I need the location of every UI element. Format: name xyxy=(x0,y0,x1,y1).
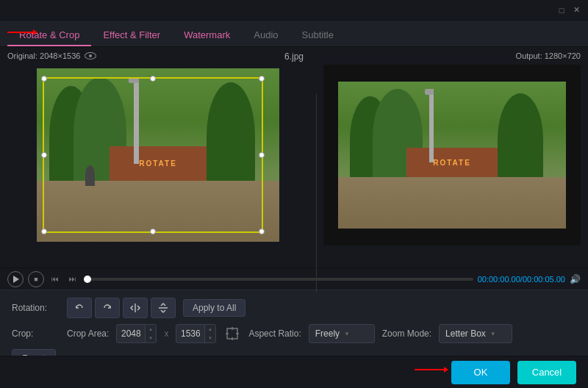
width-spinners: ▲ ▼ xyxy=(145,325,155,342)
close-button[interactable]: ✕ xyxy=(570,4,582,16)
zoom-mode-value: Letter Box xyxy=(445,328,486,339)
title-bar: □ ✕ xyxy=(0,0,588,21)
play-button[interactable] xyxy=(7,271,24,287)
crop-handle-top-center[interactable] xyxy=(150,76,156,82)
rotation-label: Rotation: xyxy=(12,303,60,313)
rotate-right-button[interactable] xyxy=(95,298,120,318)
aspect-ratio-select[interactable]: Freely ▼ xyxy=(309,324,375,343)
cancel-button[interactable]: Cancel xyxy=(517,361,576,384)
crop-handle-top-right[interactable] xyxy=(259,76,265,82)
ok-arrow xyxy=(415,367,448,373)
aspect-ratio-value: Freely xyxy=(315,328,340,339)
crop-height-field[interactable] xyxy=(176,328,204,339)
right-sign: ROTATE xyxy=(406,148,498,177)
playback-bar: ■ ⏮ ⏭ 00:00:00.00/00:00:05.00 🔊 xyxy=(0,267,588,290)
time-display: 00:00:00.00/00:00:05.00 xyxy=(478,275,565,284)
eye-icon[interactable] xyxy=(85,52,96,60)
center-icon xyxy=(225,326,240,341)
crop-width-field[interactable] xyxy=(117,328,145,339)
crop-handle-mid-left[interactable] xyxy=(41,152,47,158)
flip-h-icon xyxy=(129,302,141,314)
right-ground xyxy=(338,177,566,229)
crop-overlay[interactable] xyxy=(43,77,263,233)
height-spinners: ▲ ▼ xyxy=(204,325,215,342)
flip-horizontal-button[interactable] xyxy=(123,298,148,318)
crop-area-label: Crop Area: xyxy=(67,328,109,339)
progress-dot xyxy=(84,276,91,283)
tab-effect-filter[interactable]: Effect & Filter xyxy=(91,25,172,46)
rotate-left-icon xyxy=(74,302,85,314)
flip-vertical-button[interactable] xyxy=(151,298,176,318)
height-spinner-up[interactable]: ▲ xyxy=(205,325,215,334)
aspect-ratio-label: Aspect Ratio: xyxy=(248,328,301,339)
preview-divider xyxy=(316,94,317,292)
zoom-mode-label: Zoom Mode: xyxy=(382,328,431,339)
crop-handle-bot-center[interactable] xyxy=(150,229,156,234)
tab-watermark[interactable]: Watermark xyxy=(172,25,242,46)
tab-subtitle[interactable]: Subtitle xyxy=(290,25,345,46)
rotate-right-icon xyxy=(101,302,113,314)
crop-handle-bot-right[interactable] xyxy=(259,229,265,234)
minimize-button[interactable]: □ xyxy=(556,4,567,16)
right-scene-bg: ROTATE xyxy=(338,82,566,229)
zoom-mode-arrow: ▼ xyxy=(490,331,496,337)
zoom-mode-select[interactable]: Letter Box ▼ xyxy=(439,324,512,343)
crop-label: Crop: xyxy=(12,328,60,339)
rotation-row: Rotation: xyxy=(12,298,576,318)
original-size-label: Original: 2048×1536 xyxy=(7,51,96,60)
preview-area: Original: 2048×1536 6.jpg Output: 1280×7… xyxy=(0,47,588,267)
crop-height-input: ▲ ▼ xyxy=(176,324,216,343)
prev-frame-button[interactable]: ⏮ xyxy=(49,273,62,286)
progress-bar[interactable] xyxy=(84,278,473,281)
filename-label: 6.jpg xyxy=(284,51,304,62)
flip-v-icon xyxy=(157,302,169,314)
right-street-light xyxy=(429,89,434,162)
width-spinner-up[interactable]: ▲ xyxy=(146,325,155,334)
right-preview-panel: ROTATE xyxy=(323,65,581,245)
crop-handle-mid-right[interactable] xyxy=(259,152,265,158)
ok-button[interactable]: OK xyxy=(451,361,510,384)
crop-handle-bot-left[interactable] xyxy=(41,229,47,234)
left-preview-container: ROTATE xyxy=(37,68,279,242)
center-crop-button[interactable] xyxy=(223,325,241,342)
crop-handle-top-left[interactable] xyxy=(41,76,47,82)
tab-audio[interactable]: Audio xyxy=(242,25,290,46)
right-tree-3 xyxy=(498,93,543,184)
bottom-bar: OK Cancel xyxy=(0,356,588,388)
output-size-label: Output: 1280×720 xyxy=(516,51,581,60)
right-preview-image: ROTATE xyxy=(338,82,566,229)
crop-row: Crop: Crop Area: ▲ ▼ x ▲ ▼ xyxy=(12,324,576,343)
left-preview-panel: ROTATE xyxy=(7,65,309,245)
tab-rotate-crop[interactable]: Rotate & Crop xyxy=(7,25,91,46)
tab-bar: Rotate & Crop Effect & Filter Watermark … xyxy=(0,21,588,47)
height-spinner-down[interactable]: ▼ xyxy=(205,334,215,342)
play-icon xyxy=(13,276,19,283)
crop-width-input: ▲ ▼ xyxy=(116,324,157,343)
stop-button[interactable]: ■ xyxy=(28,271,44,287)
rotation-buttons xyxy=(67,298,176,318)
width-spinner-down[interactable]: ▼ xyxy=(146,334,155,342)
apply-to-all-button[interactable]: Apply to All xyxy=(183,299,245,317)
aspect-ratio-arrow: ▼ xyxy=(344,331,350,337)
next-frame-button[interactable]: ⏭ xyxy=(66,273,79,286)
rotate-left-button[interactable] xyxy=(67,298,92,318)
svg-rect-2 xyxy=(227,328,237,339)
volume-icon[interactable]: 🔊 xyxy=(570,274,581,284)
x-separator: x xyxy=(164,328,168,339)
